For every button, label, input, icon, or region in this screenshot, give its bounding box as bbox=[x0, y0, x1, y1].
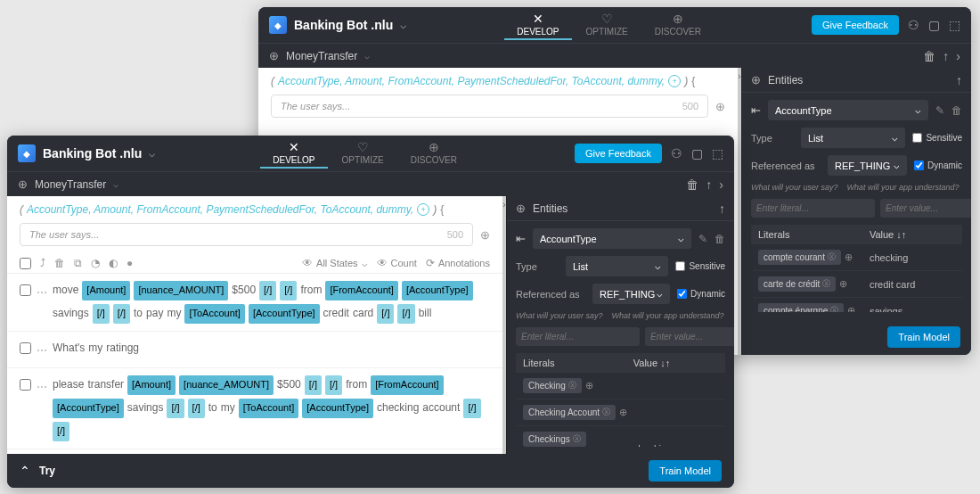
literal-input[interactable] bbox=[751, 199, 875, 218]
arrow-up-icon[interactable]: ↑ bbox=[956, 73, 962, 87]
value-input[interactable] bbox=[645, 327, 734, 346]
entity-tag[interactable]: [FromAccount] bbox=[325, 281, 398, 301]
entity-tag[interactable]: [ToAccount] bbox=[239, 399, 298, 418]
entity-tag[interactable]: [/] bbox=[377, 304, 394, 324]
intent-name[interactable]: MoneyTransfer bbox=[35, 178, 106, 191]
remove-icon[interactable]: ⓧ bbox=[602, 407, 610, 418]
add-param-icon[interactable]: + bbox=[417, 203, 429, 216]
entity-tag[interactable]: [nuance_AMOUNT] bbox=[134, 281, 228, 301]
box-icon[interactable]: ⬚ bbox=[712, 146, 723, 161]
entity-tag[interactable]: [/] bbox=[167, 399, 184, 418]
remove-icon[interactable]: ⓧ bbox=[822, 278, 830, 290]
entity-select[interactable]: AccountType⌵ bbox=[768, 100, 928, 120]
sample-checkbox[interactable] bbox=[20, 342, 31, 354]
nav-discover[interactable]: ⊕DISCOVER bbox=[398, 138, 470, 169]
add-intent-icon[interactable]: ⊕ bbox=[269, 49, 279, 62]
remove-icon[interactable]: ⓧ bbox=[828, 251, 836, 263]
literal-chip[interactable]: compte courant ⓧ bbox=[758, 250, 841, 265]
entity-tag[interactable]: [/] bbox=[305, 375, 322, 395]
dynamic-checkbox[interactable]: Dynamic bbox=[914, 161, 962, 170]
intent-name[interactable]: MoneyTransfer bbox=[286, 50, 357, 62]
type-select[interactable]: List⌵ bbox=[801, 128, 905, 148]
user-says-input[interactable]: The user says... 500 bbox=[20, 223, 473, 246]
save-icon[interactable]: ▢ bbox=[691, 146, 703, 161]
arrow-up-icon[interactable]: ↑ bbox=[719, 202, 725, 216]
entity-tag[interactable]: [Amount] bbox=[82, 281, 130, 301]
remove-icon[interactable]: ⓧ bbox=[573, 433, 581, 445]
add-intent-icon[interactable]: ⊕ bbox=[18, 177, 28, 191]
entity-tag[interactable]: [/] bbox=[53, 422, 69, 441]
entity-tag[interactable]: [AccountType] bbox=[402, 281, 473, 301]
entity-tag[interactable]: [/] bbox=[325, 375, 342, 395]
add-chip-icon[interactable]: ⊕ bbox=[619, 407, 627, 418]
entity-tag[interactable]: [nuance_AMOUNT] bbox=[179, 375, 274, 395]
sensitive-checkbox[interactable]: Sensitive bbox=[912, 133, 962, 143]
literal-chip[interactable]: Checkings ⓧ bbox=[523, 432, 586, 447]
sample-checkbox[interactable] bbox=[20, 379, 31, 391]
trash-icon[interactable]: 🗑 bbox=[923, 49, 935, 63]
count-toggle[interactable]: 👁Count bbox=[377, 257, 417, 269]
type-select[interactable]: List⌵ bbox=[566, 256, 668, 276]
add-chip-icon[interactable]: ⊕ bbox=[585, 380, 593, 391]
entity-tag[interactable]: [Amount] bbox=[127, 375, 176, 395]
users-icon[interactable]: ⚇ bbox=[908, 18, 919, 32]
more-icon[interactable]: ⋯ bbox=[37, 378, 47, 398]
more-icon[interactable]: ⋯ bbox=[37, 342, 47, 361]
entity-tag[interactable]: [AccountType] bbox=[53, 399, 124, 418]
train-model-button[interactable]: Train Model bbox=[649, 460, 722, 482]
entity-tag[interactable]: [/] bbox=[280, 281, 297, 301]
nav-discover[interactable]: ⊕DISCOVER bbox=[642, 10, 714, 40]
chevron-right-icon[interactable]: › bbox=[719, 177, 723, 192]
add-sample-icon[interactable]: ⊕ bbox=[480, 228, 490, 242]
annotations-toggle[interactable]: ⟳Annotations bbox=[426, 257, 490, 269]
give-feedback-button[interactable]: Give Feedback bbox=[812, 15, 899, 35]
literal-chip[interactable]: Checking Account ⓧ bbox=[523, 405, 616, 420]
add-sample-icon[interactable]: ⊕ bbox=[715, 100, 725, 113]
users-icon[interactable]: ⚇ bbox=[671, 146, 682, 161]
edit-icon[interactable]: ✎ bbox=[698, 233, 707, 245]
chevron-up-icon[interactable]: ⌃ bbox=[20, 464, 30, 478]
entity-tag[interactable]: [/] bbox=[463, 399, 480, 418]
nav-optimize[interactable]: ♡OPTIMIZE bbox=[574, 10, 641, 40]
box-icon[interactable]: ⬚ bbox=[949, 18, 960, 32]
trash-icon[interactable]: 🗑 bbox=[715, 233, 725, 245]
sample-checkbox[interactable] bbox=[20, 284, 31, 296]
chevron-right-icon[interactable]: › bbox=[956, 49, 960, 63]
sensitive-checkbox[interactable]: Sensitive bbox=[675, 261, 725, 271]
value-input[interactable] bbox=[880, 199, 971, 218]
entity-tag[interactable]: [ToAccount] bbox=[184, 304, 244, 324]
entity-tag[interactable]: [AccountType] bbox=[249, 304, 320, 324]
arrow-up-icon[interactable]: ↑ bbox=[706, 177, 712, 192]
entity-tag[interactable]: [FromAccount] bbox=[371, 375, 444, 395]
save-icon[interactable]: ▢ bbox=[928, 18, 940, 32]
literal-chip[interactable]: compte épargne ⓧ bbox=[758, 303, 844, 312]
states-filter[interactable]: 👁All States ⌵ bbox=[302, 257, 367, 269]
chevron-down-icon[interactable]: ⌵ bbox=[400, 19, 406, 31]
dot-icon[interactable]: ● bbox=[127, 257, 133, 269]
add-entity-icon[interactable]: ⊕ bbox=[751, 73, 761, 86]
nav-develop[interactable]: ✕DEVELOP bbox=[504, 10, 571, 40]
user-says-input[interactable]: The user says... 500 bbox=[271, 95, 708, 118]
trash-icon[interactable]: 🗑 bbox=[686, 177, 698, 192]
entity-tag[interactable]: [AccountType] bbox=[302, 399, 373, 418]
export-icon[interactable]: ⤴ bbox=[40, 257, 45, 269]
copy-icon[interactable]: ⧉ bbox=[74, 257, 82, 269]
train-model-button[interactable]: Train Model bbox=[887, 326, 960, 348]
entity-tag[interactable]: [/] bbox=[93, 304, 110, 324]
literal-chip[interactable]: Checking ⓧ bbox=[523, 378, 582, 393]
chevron-down-icon[interactable]: ⌵ bbox=[113, 179, 118, 189]
ref-select[interactable]: REF_THING⌵ bbox=[828, 155, 907, 176]
chevron-down-icon[interactable]: ⌵ bbox=[364, 51, 370, 61]
nav-develop[interactable]: ✕DEVELOP bbox=[260, 138, 327, 169]
chevron-down-icon[interactable]: ⌵ bbox=[149, 147, 155, 160]
add-param-icon[interactable]: + bbox=[668, 75, 681, 87]
entity-tag[interactable]: [/] bbox=[188, 399, 205, 418]
contrast-icon[interactable]: ◐ bbox=[109, 257, 118, 269]
back-icon[interactable]: ⇤ bbox=[751, 103, 761, 117]
add-entity-icon[interactable]: ⊕ bbox=[516, 202, 526, 215]
literal-chip[interactable]: carte de crédit ⓧ bbox=[758, 276, 836, 292]
trash-icon[interactable]: 🗑 bbox=[951, 104, 962, 117]
select-all-checkbox[interactable] bbox=[20, 258, 31, 269]
remove-icon[interactable]: ⓧ bbox=[830, 305, 838, 312]
entity-tag[interactable]: [/] bbox=[397, 304, 414, 324]
